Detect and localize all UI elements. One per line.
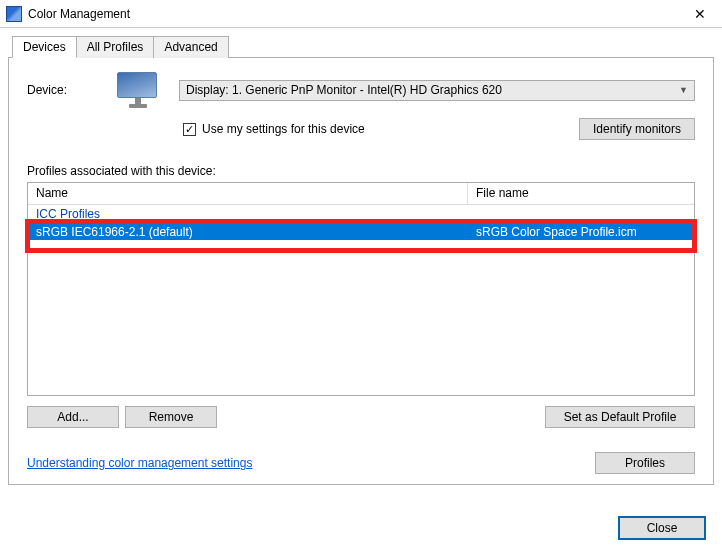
profiles-body: ICC Profiles sRGB IEC61966-2.1 (default)… (28, 205, 694, 240)
profiles-table: Name File name ICC Profiles sRGB IEC6196… (27, 182, 695, 396)
app-icon (6, 6, 22, 22)
understanding-link[interactable]: Understanding color management settings (27, 456, 252, 470)
close-button[interactable]: Close (618, 516, 706, 540)
device-selected-text: Display: 1. Generic PnP Monitor - Intel(… (186, 83, 502, 97)
remove-button[interactable]: Remove (125, 406, 217, 428)
tab-devices[interactable]: Devices (12, 36, 77, 58)
device-label: Device: (27, 83, 97, 97)
set-default-button[interactable]: Set as Default Profile (545, 406, 695, 428)
profiles-section-label: Profiles associated with this device: (27, 164, 695, 178)
identify-monitors-button[interactable]: Identify monitors (579, 118, 695, 140)
use-my-settings-label: Use my settings for this device (202, 122, 365, 136)
devices-panel: Device: Display: 1. Generic PnP Monitor … (8, 57, 714, 485)
footer-row: Understanding color management settings … (27, 452, 695, 474)
profile-name: sRGB IEC61966-2.1 (default) (28, 224, 468, 240)
titlebar: Color Management ✕ (0, 0, 722, 28)
profiles-button[interactable]: Profiles (595, 452, 695, 474)
profile-row-selected[interactable]: sRGB IEC61966-2.1 (default) sRGB Color S… (28, 223, 694, 240)
profile-file: sRGB Color Space Profile.icm (468, 224, 694, 240)
bottom-bar: Close (0, 508, 722, 550)
profile-buttons-row: Add... Remove Set as Default Profile (27, 406, 695, 428)
window-title: Color Management (28, 7, 678, 21)
monitor-icon (117, 72, 159, 108)
use-my-settings-checkbox[interactable]: ✓ (183, 123, 196, 136)
profiles-group-label: ICC Profiles (28, 205, 694, 223)
profiles-header: Name File name (28, 183, 694, 205)
chevron-down-icon: ▼ (679, 85, 688, 95)
window-close-button[interactable]: ✕ (678, 0, 722, 28)
device-dropdown[interactable]: Display: 1. Generic PnP Monitor - Intel(… (179, 80, 695, 101)
column-file[interactable]: File name (468, 183, 694, 204)
device-row: Device: Display: 1. Generic PnP Monitor … (27, 72, 695, 108)
add-button[interactable]: Add... (27, 406, 119, 428)
tab-advanced[interactable]: Advanced (153, 36, 228, 58)
tab-all-profiles[interactable]: All Profiles (76, 36, 155, 58)
settings-row: ✓ Use my settings for this device Identi… (183, 118, 695, 140)
column-name[interactable]: Name (28, 183, 468, 204)
tab-strip: Devices All Profiles Advanced (12, 36, 722, 58)
